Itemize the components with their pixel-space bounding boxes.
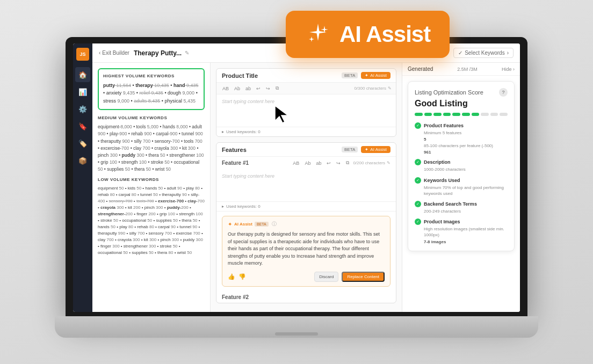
discard-button[interactable]: Discard — [314, 272, 338, 282]
ai-assist-button[interactable]: ✦ AI Assist — [361, 72, 390, 79]
ai-star-icon: ✦ — [365, 73, 368, 78]
edit-icon[interactable]: ✎ — [185, 50, 189, 56]
score-item-description-name: Description — [424, 159, 451, 165]
used-keywords-label: Used keywords: 0 — [226, 129, 261, 134]
sidebar-icon-analytics[interactable]: 📊 — [75, 84, 90, 99]
f1-copy[interactable]: ⧉ — [344, 159, 351, 166]
check-circle-description: ✓ — [415, 159, 421, 165]
ai-assist-label: AI Assist — [370, 73, 387, 78]
score-bar-10 — [500, 113, 508, 116]
features-ai-star-icon: ✦ — [365, 147, 368, 152]
score-bar-4 — [443, 113, 451, 116]
score-item-keywords-detail: Minimum 70% of top and good performing k… — [415, 185, 508, 196]
score-item-description-header: ✓ Description — [415, 159, 508, 165]
check-circle-images: ✓ — [415, 219, 421, 225]
score-bar-9 — [490, 113, 498, 116]
laptop-screen: JS 🏠 📊 ⚙️ 🔖 🏷️ 📦 ‹ — [73, 43, 520, 312]
score-item-features-name: Product Features — [424, 123, 464, 128]
sidebar-icon-package[interactable]: 📦 — [75, 153, 90, 168]
score-item-keywords-name: Keywords Used — [424, 178, 460, 183]
feature-1-toolbar: AB Ab ab ↩ ↪ ⧉ 0/200 characte — [291, 159, 390, 166]
back-button[interactable]: ‹ Exit Builder — [99, 50, 129, 56]
score-items: ✓ Product Features Minimum 5 features 5 … — [415, 122, 508, 244]
product-title-header: Product Title BETA ✦ AI Assist — [216, 69, 396, 83]
check-circle-backend: ✓ — [415, 201, 421, 207]
high-volume-keywords: putty 11,564 • therapy 10,435 • hand 9,4… — [103, 82, 199, 105]
score-item-keywords-header: ✓ Keywords Used — [415, 177, 508, 184]
usage-count: 2.5M /3M — [457, 67, 478, 72]
score-item-images-detail: High resolution images (smallest side mi… — [415, 226, 508, 238]
editor-panel: Product Title BETA ✦ AI Assist — [211, 63, 402, 312]
f1-Ab[interactable]: Ab — [303, 160, 312, 166]
score-item-features: ✓ Product Features Minimum 5 features 5 … — [415, 122, 508, 155]
score-item-features-value: 5 — [415, 137, 508, 142]
score-bar-3 — [433, 113, 442, 116]
main-area: ‹ Exit Builder Therapy Putty... ✎ ✓ Sele… — [92, 43, 520, 312]
product-title-toolbar: AB Ab ab ↩ ↪ ⧉ 0/300 characters ✎ — [216, 83, 396, 94]
thumbs-up-icon[interactable]: 👍 — [228, 273, 235, 280]
product-title-placeholder: Start typing content here — [222, 99, 274, 104]
arrow-icon: › — [507, 50, 509, 56]
char-count: 0/300 characters ✎ — [354, 86, 392, 91]
check-circle-features: ✓ — [415, 122, 421, 129]
select-keywords-button[interactable]: ✓ Select Keywords › — [453, 48, 514, 58]
features-badges: BETA ✦ AI Assist — [342, 146, 390, 153]
features-ai-assist-button[interactable]: ✦ AI Assist — [361, 146, 390, 153]
toolbar-copy[interactable]: ⧉ — [274, 85, 280, 92]
score-header: Listing Optimization Score ? — [415, 88, 508, 97]
sidebar-icon-tag[interactable]: 🏷️ — [75, 136, 90, 151]
f1-AB[interactable]: AB — [291, 160, 301, 166]
f1-ab[interactable]: ab — [314, 160, 323, 166]
score-item-images-value: 7-8 images — [415, 239, 508, 244]
score-title: Listing Optimization Score — [415, 89, 483, 96]
toolbar-Ab[interactable]: Ab — [233, 85, 242, 92]
page-title: Therapy Putty... — [134, 49, 182, 57]
score-item-description: ✓ Description 1000-2000 characters — [415, 159, 508, 172]
toolbar-redo[interactable]: ↪ — [264, 85, 272, 92]
score-item-features-detail: Minimum 5 features — [415, 130, 508, 136]
ai-assist-overlay[interactable]: AI Assist — [286, 11, 450, 58]
replace-content-button[interactable]: Replace Content — [342, 272, 385, 282]
product-title-textarea[interactable]: Start typing content here — [216, 94, 396, 127]
char-count-value: 0/300 characters — [354, 86, 386, 91]
medium-volume-title: MEDIUM VOLUME KEYWORDS — [98, 115, 205, 120]
score-item-images-name: Product Images — [424, 219, 460, 224]
score-label: Good Listing — [415, 99, 508, 108]
ai-assist-title: AI Assist — [339, 21, 430, 47]
sidebar-icon-home[interactable]: 🏠 — [75, 67, 90, 82]
content-area: HIGHEST VOLUME KEYWORDS putty 11,564 • t… — [92, 63, 520, 312]
feature-1-label: Feature #1 — [222, 160, 249, 166]
feature-1-textarea[interactable]: Start typing content here — [216, 169, 396, 201]
medium-volume-section: MEDIUM VOLUME KEYWORDS equipment-8,000 •… — [98, 115, 205, 173]
feature-1-block: Feature #1 AB Ab ab ↩ ↪ ⧉ — [216, 157, 396, 212]
generated-label: Generated — [408, 66, 433, 72]
toolbar-undo[interactable]: ↩ — [255, 85, 262, 92]
f1-redo[interactable]: ↪ — [335, 160, 342, 166]
high-volume-box: HIGHEST VOLUME KEYWORDS putty 11,564 • t… — [98, 68, 205, 110]
f1-char-count-value: 0/200 characters — [353, 161, 385, 165]
feature-2-label: Feature #2 — [222, 294, 249, 300]
help-icon[interactable]: ? — [499, 88, 508, 97]
score-item-backend-header: ✓ Backend Search Terms — [415, 201, 508, 207]
features-ai-assist-label: AI Assist — [370, 147, 387, 152]
beta-badge: BETA — [342, 72, 358, 78]
sidebar-icon-settings[interactable]: ⚙️ — [75, 101, 90, 117]
toolbar-AB[interactable]: AB — [221, 85, 230, 92]
ai-feedback-icons: 👍 👎 — [228, 273, 246, 280]
features-header: Features BETA ✦ AI Assist — [216, 143, 396, 157]
ai-generated-text: Our therapy putty is designed for sensor… — [228, 231, 385, 267]
score-item-backend-name: Backend Search Terms — [424, 201, 477, 207]
f1-undo[interactable]: ↩ — [325, 160, 332, 166]
laptop-base — [55, 316, 538, 338]
toolbar-ab[interactable]: ab — [244, 85, 252, 92]
keywords-panel: HIGHEST VOLUME KEYWORDS putty 11,564 • t… — [92, 63, 211, 312]
check-circle-keywords: ✓ — [415, 177, 421, 184]
hide-button[interactable]: Hide › — [502, 67, 515, 72]
score-item-features-detail2: 85-100 characters per feature (-500) — [415, 143, 508, 149]
expand-icon: ▸ — [222, 129, 224, 134]
score-bar-2 — [424, 113, 432, 116]
sidebar-icon-bookmark[interactable]: 🔖 — [75, 119, 90, 134]
score-bar-1 — [415, 113, 423, 116]
thumbs-down-icon[interactable]: 👎 — [238, 273, 246, 280]
low-volume-title: LOW VOLUME KEYWORDS — [98, 177, 205, 182]
